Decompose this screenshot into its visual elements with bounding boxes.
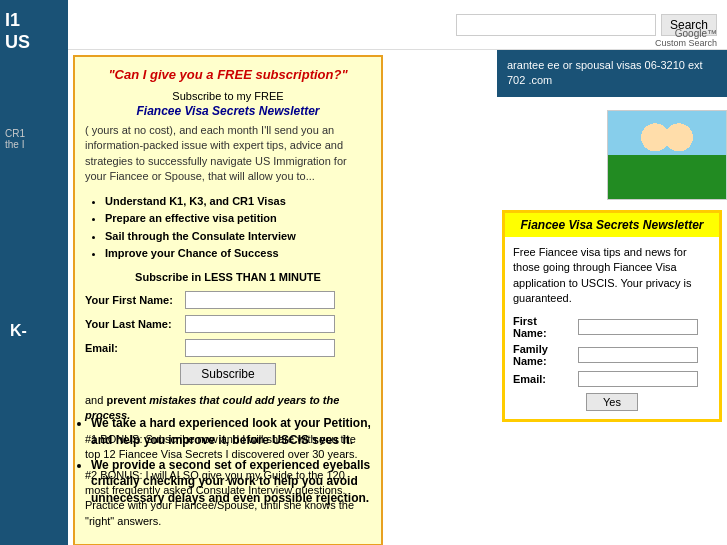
nf-first-name-input[interactable] xyxy=(578,319,698,335)
benefit-item: Improve your Chance of Success xyxy=(105,245,371,263)
benefit-item: Prepare an effective visa petition xyxy=(105,210,371,228)
nf-email-label: Email: xyxy=(513,373,578,385)
bullet-item-2: We provide a second set of experienced e… xyxy=(91,457,393,507)
sidebar-cr1-text: CR1the I xyxy=(0,123,68,155)
nf-first-name-row: FirstName: xyxy=(513,315,711,339)
wedding-image xyxy=(607,110,727,200)
left-sidebar: I1US CR1the I K- xyxy=(0,0,68,545)
first-name-input[interactable] xyxy=(185,291,335,309)
first-name-label: Your First Name: xyxy=(85,294,185,306)
benefit-item: Sail through the Consulate Interview xyxy=(105,228,371,246)
email-label: Email: xyxy=(85,342,185,354)
last-name-input[interactable] xyxy=(185,315,335,333)
newsletter-box-desc: Free Fiancee visa tips and news for thos… xyxy=(513,245,711,307)
benefit-item: Understand K1, K3, and CR1 Visas xyxy=(105,193,371,211)
newsletter-box-right: Fiancee Visa Secrets Newsletter Free Fia… xyxy=(502,210,722,422)
nf-family-name-label: FamilyName: xyxy=(513,343,578,367)
guarantee-box: arantee ee or spousal visas 06-3210 ext … xyxy=(497,50,727,97)
sidebar-k-text: K- xyxy=(5,317,32,345)
guarantee-text: arantee ee or spousal visas 06-3210 ext … xyxy=(507,58,717,89)
top-bar: Search Google™ Custom Search xyxy=(68,0,727,50)
email-row: Email: xyxy=(85,339,371,357)
newsletter-box-body: Free Fiancee visa tips and news for thos… xyxy=(505,237,719,419)
custom-search-label: Custom Search xyxy=(655,38,717,48)
last-name-label: Your Last Name: xyxy=(85,318,185,330)
bullet-list: We take a hard experienced look at your … xyxy=(73,415,393,507)
sidebar-top-text: I1US xyxy=(0,0,68,63)
subscribe-btn-row: Subscribe xyxy=(85,363,371,385)
newsletter-box-header: Fiancee Visa Secrets Newsletter xyxy=(505,213,719,237)
benefits-list: Understand K1, K3, and CR1 Visas Prepare… xyxy=(85,193,371,263)
search-input[interactable] xyxy=(456,14,656,36)
yes-btn-row: Yes xyxy=(513,393,711,411)
nf-family-name-row: FamilyName: xyxy=(513,343,711,367)
main-content: "Can I give you a FREE subscription?" Su… xyxy=(68,50,727,545)
bullet-item-1: We take a hard experienced look at your … xyxy=(91,415,393,449)
nf-family-name-input[interactable] xyxy=(578,347,698,363)
nf-email-row: Email: xyxy=(513,371,711,387)
subscription-title: "Can I give you a FREE subscription?" xyxy=(85,67,371,82)
nf-first-name-label: FirstName: xyxy=(513,315,578,339)
bullet-section: We take a hard experienced look at your … xyxy=(73,415,393,515)
yes-button[interactable]: Yes xyxy=(586,393,638,411)
first-name-row: Your First Name: xyxy=(85,291,371,309)
nf-email-input[interactable] xyxy=(578,371,698,387)
newsletter-description: ( yours at no cost), and each month I'll… xyxy=(85,123,371,185)
subscribe-to-my: Subscribe to my FREE xyxy=(85,90,371,102)
subscribe-button[interactable]: Subscribe xyxy=(180,363,275,385)
subscribe-tagline: Subscribe in LESS THAN 1 MINUTE xyxy=(85,271,371,283)
email-input[interactable] xyxy=(185,339,335,357)
last-name-row: Your Last Name: xyxy=(85,315,371,333)
newsletter-name: Fiancee Visa Secrets Newsletter xyxy=(85,104,371,118)
wedding-couple-graphic xyxy=(608,111,726,199)
